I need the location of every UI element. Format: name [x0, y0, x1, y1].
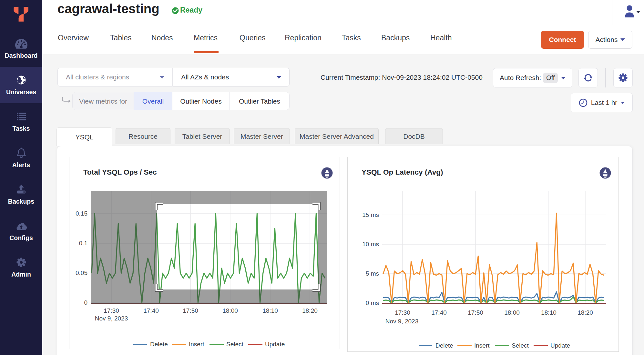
svg-text:Select: Select	[512, 342, 529, 349]
svg-text:0 ms: 0 ms	[366, 299, 379, 306]
svg-text:18:20: 18:20	[302, 307, 318, 314]
svg-text:Update: Update	[550, 342, 570, 349]
svg-text:18:10: 18:10	[262, 307, 278, 314]
svg-text:18:10: 18:10	[541, 309, 557, 316]
svg-text:15 ms: 15 ms	[362, 211, 379, 218]
svg-text:17:40: 17:40	[431, 309, 447, 316]
svg-text:Total YSQL Ops / Sec: Total YSQL Ops / Sec	[83, 168, 157, 176]
svg-text:10 ms: 10 ms	[362, 241, 379, 248]
svg-text:YSQL Op Latency (Avg): YSQL Op Latency (Avg)	[362, 168, 443, 176]
svg-text:17:50: 17:50	[468, 309, 483, 316]
svg-text:17:30: 17:30	[395, 309, 410, 316]
svg-text:17:30: 17:30	[104, 307, 119, 314]
svg-text:0.15: 0.15	[76, 210, 87, 217]
svg-text:Update: Update	[265, 341, 285, 348]
svg-text:17:40: 17:40	[143, 307, 159, 314]
svg-text:0: 0	[84, 299, 87, 306]
svg-text:18:00: 18:00	[222, 307, 238, 314]
svg-text:Delete: Delete	[435, 342, 453, 349]
svg-text:Nov 9, 2023: Nov 9, 2023	[385, 318, 418, 325]
svg-text:Insert: Insert	[189, 341, 204, 348]
svg-text:18:20: 18:20	[578, 309, 593, 316]
svg-text:Insert: Insert	[474, 342, 490, 349]
svg-text:Nov 9, 2023: Nov 9, 2023	[95, 315, 128, 322]
svg-text:0.1: 0.1	[79, 240, 87, 247]
svg-text:17:50: 17:50	[183, 307, 198, 314]
svg-text:5 ms: 5 ms	[366, 270, 379, 277]
svg-text:0.05: 0.05	[76, 269, 87, 276]
svg-text:Select: Select	[226, 341, 244, 348]
svg-text:Delete: Delete	[150, 341, 168, 348]
svg-text:18:00: 18:00	[504, 309, 520, 316]
